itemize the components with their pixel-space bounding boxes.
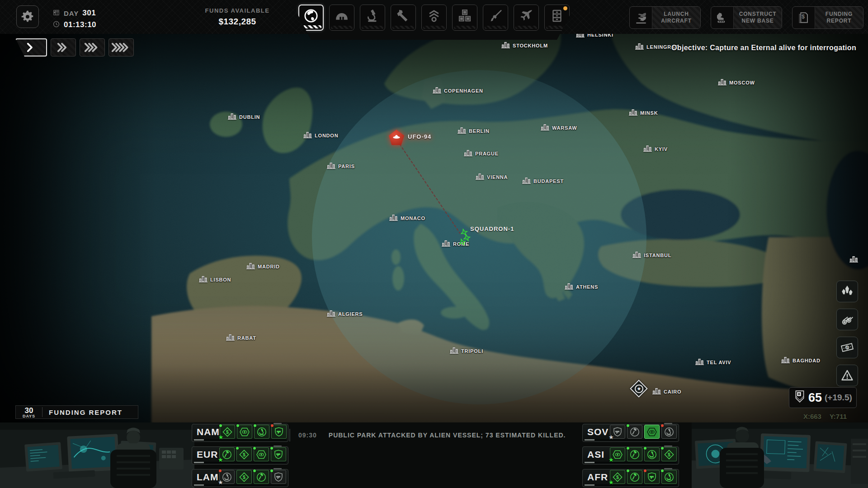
region-panel-eur[interactable]: EUR★$ xyxy=(192,446,288,465)
relations-score-panel: 65 (+19.5) xyxy=(789,387,857,408)
region-panel-lam[interactable]: LAM★$ xyxy=(192,469,288,487)
world-map[interactable]: STOCKHOLMHELSINKILENINGRADMOSCOWCOPENHAG… xyxy=(0,34,868,422)
status-dot-green xyxy=(253,447,256,450)
crystals-icon xyxy=(840,285,854,298)
region-slot-microscope[interactable]: ★ xyxy=(219,470,235,484)
region-slot-eye[interactable]: ★ xyxy=(610,447,625,461)
region-slot-dollar[interactable]: $ xyxy=(236,470,252,484)
region-slot-eye[interactable] xyxy=(254,447,269,461)
xenonaut-base-marker[interactable]: ★ xyxy=(630,380,648,398)
construct-new-base-button[interactable]: CONSTRUCTNEW BASE xyxy=(711,6,782,29)
nav-bases-button[interactable] xyxy=(329,5,354,31)
nav-stores-button[interactable] xyxy=(452,5,477,31)
region-slot-microscope[interactable] xyxy=(661,425,677,439)
day-label: DAY xyxy=(64,9,79,17)
region-panel-sov[interactable]: SOV★ xyxy=(582,424,679,442)
excavator-icon xyxy=(711,7,734,28)
terrain-art xyxy=(0,34,868,422)
nav-geoscape-button[interactable] xyxy=(298,5,324,31)
overlay-funds-button[interactable]: $ xyxy=(836,337,858,358)
region-slot-gavel[interactable] xyxy=(627,470,642,484)
nav-engineering-button[interactable] xyxy=(391,5,416,31)
settings-button[interactable] xyxy=(16,5,39,28)
gavel-icon xyxy=(629,427,640,437)
region-slot-dollar[interactable]: $★ xyxy=(610,470,625,484)
status-dot-red xyxy=(271,424,274,427)
funding-report-countdown[interactable]: 30 DAYS FUNDING REPORT xyxy=(15,405,138,419)
status-dot-red xyxy=(644,469,646,472)
overlay-crystals-button[interactable] xyxy=(836,281,858,302)
hatch-stripe xyxy=(515,26,537,29)
jet-icon xyxy=(519,8,534,23)
svg-text:$: $ xyxy=(243,451,245,457)
status-dot-green xyxy=(254,424,256,427)
region-slot-pistol[interactable] xyxy=(271,447,286,461)
hatch-stripe xyxy=(392,26,414,29)
status-dot-green xyxy=(627,469,629,472)
notification-dot xyxy=(563,6,567,10)
region-progress-bar xyxy=(585,462,677,463)
nav-aircraft-button[interactable] xyxy=(514,5,539,31)
region-panel-asi[interactable]: ASI★$ xyxy=(582,446,679,465)
score-value: 65 xyxy=(808,391,822,405)
launch-aircraft-button[interactable]: LAUNCHAIRCRAFT xyxy=(629,6,701,29)
overlay-alloys-button[interactable] xyxy=(836,309,858,330)
nav-armory-button[interactable] xyxy=(483,5,508,31)
region-slot-gavel[interactable]: ★ xyxy=(219,447,235,461)
nav-research-button[interactable] xyxy=(360,5,385,31)
region-status-slots: ★ xyxy=(610,425,677,439)
score-delta: (+19.5) xyxy=(825,393,852,403)
region-slot-dollar[interactable]: $ xyxy=(661,447,677,461)
ticker-time: 09:30 xyxy=(298,432,317,439)
region-slot-eye[interactable] xyxy=(237,425,252,439)
region-slot-pistol[interactable] xyxy=(271,470,286,484)
pistol-icon xyxy=(646,472,657,483)
region-slot-gavel[interactable] xyxy=(254,470,269,484)
region-label: LAM xyxy=(197,472,219,483)
region-panel-nam[interactable]: NAM$★ xyxy=(192,424,288,442)
pistol-icon xyxy=(273,472,284,483)
region-slot-pistol[interactable] xyxy=(644,470,660,484)
funding-report-button[interactable]: $ FUNDINGREPORT xyxy=(792,6,863,29)
status-dot-green xyxy=(236,447,239,450)
region-slot-microscope[interactable] xyxy=(644,447,660,461)
eye-icon xyxy=(646,427,657,437)
region-panels-left: NAM$★EUR★$LAM★$ xyxy=(192,424,288,487)
alert-icon xyxy=(840,369,854,382)
time-speed-3-button[interactable] xyxy=(80,38,105,56)
time-value: 01:13:10 xyxy=(64,20,96,29)
day-value: 301 xyxy=(82,9,96,18)
rifle-icon xyxy=(488,8,503,23)
gavel-icon xyxy=(629,472,640,483)
squadron-marker[interactable]: SQUADRON-1 xyxy=(455,228,476,252)
time-speed-2-button[interactable] xyxy=(51,38,76,56)
news-ticker: 09:30 PUBLIC PARK ATTACKED BY ALIEN VESS… xyxy=(289,429,566,441)
funding-bar-label: FUNDING REPORT xyxy=(49,408,123,416)
region-slot-gavel[interactable] xyxy=(627,447,642,461)
region-label: NAM xyxy=(197,427,220,437)
region-label: ASI xyxy=(587,449,610,460)
status-dot-green xyxy=(644,447,646,450)
region-slot-eye[interactable] xyxy=(644,425,660,439)
region-slot-pistol[interactable]: ★ xyxy=(610,425,625,439)
region-slot-dollar[interactable]: $ xyxy=(236,447,252,461)
region-slot-pistol[interactable] xyxy=(271,425,287,439)
region-slot-dollar[interactable]: $★ xyxy=(220,425,235,439)
hatch-stripe xyxy=(362,26,383,29)
status-dot-red xyxy=(661,424,664,427)
region-progress-bar xyxy=(585,484,677,486)
ufo-marker[interactable]: UFO-94 xyxy=(389,130,404,145)
time-speed-1-button[interactable] xyxy=(15,38,47,56)
nav-archive-button[interactable] xyxy=(544,5,570,31)
region-slot-gavel[interactable] xyxy=(627,425,642,439)
region-slot-microscope[interactable] xyxy=(661,470,677,484)
microscope-icon xyxy=(365,8,380,23)
money-icon: $ xyxy=(840,341,854,354)
region-slot-microscope[interactable] xyxy=(254,425,269,439)
overlay-alerts-button[interactable] xyxy=(836,365,858,386)
region-panel-afr[interactable]: AFR$★ xyxy=(582,469,679,487)
nav-personnel-button[interactable] xyxy=(421,5,447,31)
time-speed-4-button[interactable] xyxy=(108,38,134,56)
funds-label: FUNDS AVAILABLE xyxy=(181,7,294,14)
geoscape-screen: STOCKHOLMHELSINKILENINGRADMOSCOWCOPENHAG… xyxy=(0,0,868,488)
